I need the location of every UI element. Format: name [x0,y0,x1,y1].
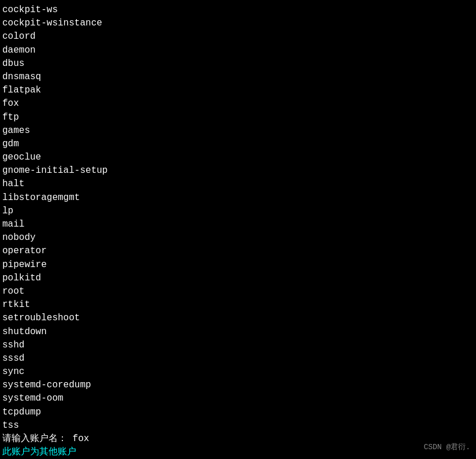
terminal-line: dbus [2,57,474,71]
terminal-line: rtkit [2,298,474,312]
terminal-line: sssd [2,352,474,365]
terminal-line: pipewire [2,258,474,272]
terminal-line: cockpit-ws [2,3,474,17]
terminal-line: ftp [2,111,474,124]
terminal-line: lp [2,205,474,218]
terminal-line: libstoragemgmt [2,191,474,205]
terminal-line: gnome-initial-setup [2,164,474,177]
terminal-line: root [2,285,474,298]
terminal-line: mail [2,218,474,231]
terminal-line: cockpit-wsinstance [2,17,474,30]
watermark: CSDN @君衍. [423,442,470,452]
terminal-line: geoclue [2,151,474,164]
terminal-line: 请输入账户名： fox [2,432,474,446]
terminal-line: tcpdump [2,406,474,419]
terminal-line: halt [2,177,474,191]
terminal-line: tss [2,419,474,432]
terminal-line: polkitd [2,272,474,285]
terminal-line: colord [2,30,474,43]
terminal-line: systemd-coredump [2,379,474,392]
terminal-line: dnsmasq [2,71,474,84]
terminal-line: systemd-oom [2,392,474,405]
terminal-line: daemon [2,44,474,57]
terminal-line: games [2,124,474,138]
terminal-line: nobody [2,231,474,245]
terminal-line: shutdown [2,325,474,339]
terminal: cockpit-wscockpit-wsinstancecolorddaemon… [0,0,476,459]
terminal-line: sshd [2,339,474,352]
terminal-line: fox [2,97,474,110]
terminal-line: gdm [2,138,474,151]
terminal-line: operator [2,245,474,258]
terminal-line: flatpak [2,84,474,97]
terminal-line: setroubleshoot [2,312,474,325]
terminal-line: 此账户为其他账户 [2,446,474,459]
terminal-line: sync [2,365,474,379]
